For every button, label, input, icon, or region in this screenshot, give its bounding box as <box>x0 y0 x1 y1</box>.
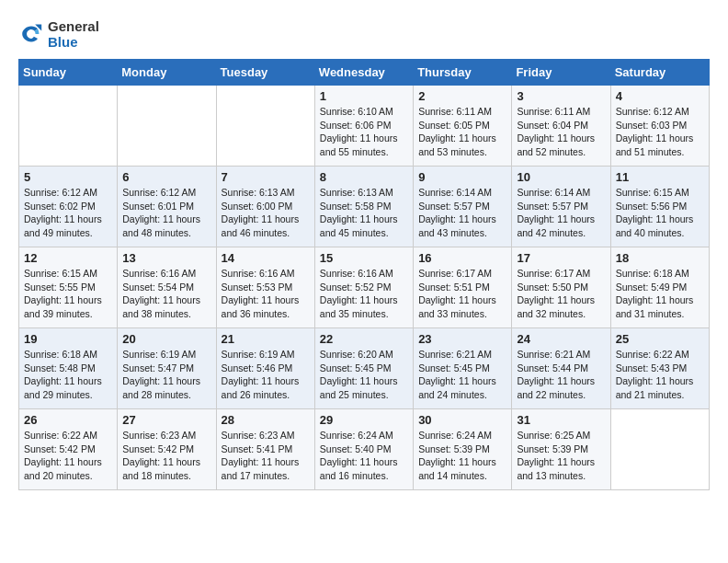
day-info: Sunrise: 6:24 AM Sunset: 5:39 PM Dayligh… <box>418 429 506 483</box>
day-cell-20: 20Sunrise: 6:19 AM Sunset: 5:47 PM Dayli… <box>118 328 216 409</box>
day-cell-31: 31Sunrise: 6:25 AM Sunset: 5:39 PM Dayli… <box>512 409 610 490</box>
day-info: Sunrise: 6:24 AM Sunset: 5:40 PM Dayligh… <box>320 429 408 483</box>
day-cell-16: 16Sunrise: 6:17 AM Sunset: 5:51 PM Dayli… <box>414 247 512 328</box>
day-number: 3 <box>517 89 605 103</box>
day-number: 5 <box>24 170 112 184</box>
weekday-header-monday: Monday <box>118 60 216 86</box>
day-info: Sunrise: 6:19 AM Sunset: 5:47 PM Dayligh… <box>122 348 210 402</box>
day-cell-27: 27Sunrise: 6:23 AM Sunset: 5:42 PM Dayli… <box>118 409 216 490</box>
day-info: Sunrise: 6:13 AM Sunset: 6:00 PM Dayligh… <box>222 186 310 240</box>
day-number: 16 <box>418 251 506 265</box>
day-number: 1 <box>320 89 408 103</box>
day-cell-8: 8Sunrise: 6:13 AM Sunset: 5:58 PM Daylig… <box>314 167 413 247</box>
day-info: Sunrise: 6:17 AM Sunset: 5:51 PM Dayligh… <box>418 267 506 321</box>
day-number: 14 <box>222 251 310 265</box>
day-cell-22: 22Sunrise: 6:20 AM Sunset: 5:45 PM Dayli… <box>314 328 413 409</box>
day-number: 24 <box>517 332 605 346</box>
day-info: Sunrise: 6:16 AM Sunset: 5:54 PM Dayligh… <box>122 267 210 321</box>
day-info: Sunrise: 6:10 AM Sunset: 6:06 PM Dayligh… <box>320 105 408 159</box>
day-cell-1: 1Sunrise: 6:10 AM Sunset: 6:06 PM Daylig… <box>314 86 413 167</box>
day-number: 8 <box>320 170 408 184</box>
weekday-header-thursday: Thursday <box>414 60 512 86</box>
empty-cell <box>19 86 118 167</box>
empty-cell <box>118 86 216 167</box>
day-cell-6: 6Sunrise: 6:12 AM Sunset: 6:01 PM Daylig… <box>118 167 216 247</box>
day-info: Sunrise: 6:19 AM Sunset: 5:46 PM Dayligh… <box>222 348 310 402</box>
day-number: 31 <box>517 413 605 427</box>
empty-cell <box>216 86 314 167</box>
day-number: 21 <box>222 332 310 346</box>
empty-cell <box>610 409 709 490</box>
day-number: 10 <box>517 170 605 184</box>
page-header: General Blue <box>18 18 710 50</box>
weekday-header-sunday: Sunday <box>19 60 118 86</box>
day-info: Sunrise: 6:17 AM Sunset: 5:50 PM Dayligh… <box>517 267 605 321</box>
day-cell-9: 9Sunrise: 6:14 AM Sunset: 5:57 PM Daylig… <box>414 167 512 247</box>
day-number: 9 <box>418 170 506 184</box>
week-row-3: 12Sunrise: 6:15 AM Sunset: 5:55 PM Dayli… <box>19 247 710 328</box>
day-number: 18 <box>616 251 704 265</box>
day-info: Sunrise: 6:14 AM Sunset: 5:57 PM Dayligh… <box>418 186 506 240</box>
day-info: Sunrise: 6:20 AM Sunset: 5:45 PM Dayligh… <box>320 348 408 402</box>
day-info: Sunrise: 6:21 AM Sunset: 5:45 PM Dayligh… <box>418 348 506 402</box>
week-row-1: 1Sunrise: 6:10 AM Sunset: 6:06 PM Daylig… <box>19 86 710 167</box>
day-cell-24: 24Sunrise: 6:21 AM Sunset: 5:44 PM Dayli… <box>512 328 610 409</box>
logo-icon <box>18 21 44 47</box>
day-number: 30 <box>418 413 506 427</box>
day-info: Sunrise: 6:25 AM Sunset: 5:39 PM Dayligh… <box>517 429 605 483</box>
day-info: Sunrise: 6:12 AM Sunset: 6:02 PM Dayligh… <box>24 186 112 240</box>
day-cell-18: 18Sunrise: 6:18 AM Sunset: 5:49 PM Dayli… <box>610 247 709 328</box>
day-info: Sunrise: 6:15 AM Sunset: 5:56 PM Dayligh… <box>616 186 704 240</box>
logo: General Blue <box>18 18 99 50</box>
day-cell-23: 23Sunrise: 6:21 AM Sunset: 5:45 PM Dayli… <box>414 328 512 409</box>
day-info: Sunrise: 6:21 AM Sunset: 5:44 PM Dayligh… <box>517 348 605 402</box>
day-info: Sunrise: 6:18 AM Sunset: 5:48 PM Dayligh… <box>24 348 112 402</box>
day-number: 23 <box>418 332 506 346</box>
day-cell-12: 12Sunrise: 6:15 AM Sunset: 5:55 PM Dayli… <box>19 247 118 328</box>
day-cell-7: 7Sunrise: 6:13 AM Sunset: 6:00 PM Daylig… <box>216 167 314 247</box>
day-number: 22 <box>320 332 408 346</box>
day-cell-11: 11Sunrise: 6:15 AM Sunset: 5:56 PM Dayli… <box>610 167 709 247</box>
day-info: Sunrise: 6:22 AM Sunset: 5:43 PM Dayligh… <box>616 348 704 402</box>
day-cell-29: 29Sunrise: 6:24 AM Sunset: 5:40 PM Dayli… <box>314 409 413 490</box>
week-row-5: 26Sunrise: 6:22 AM Sunset: 5:42 PM Dayli… <box>19 409 710 490</box>
calendar-table: SundayMondayTuesdayWednesdayThursdayFrid… <box>18 59 710 490</box>
week-row-2: 5Sunrise: 6:12 AM Sunset: 6:02 PM Daylig… <box>19 167 710 247</box>
day-info: Sunrise: 6:12 AM Sunset: 6:01 PM Dayligh… <box>122 186 210 240</box>
day-info: Sunrise: 6:11 AM Sunset: 6:05 PM Dayligh… <box>418 105 506 159</box>
logo-text: General Blue <box>48 18 99 50</box>
day-cell-17: 17Sunrise: 6:17 AM Sunset: 5:50 PM Dayli… <box>512 247 610 328</box>
day-info: Sunrise: 6:16 AM Sunset: 5:53 PM Dayligh… <box>222 267 310 321</box>
day-number: 26 <box>24 413 112 427</box>
weekday-header-tuesday: Tuesday <box>216 60 314 86</box>
day-info: Sunrise: 6:23 AM Sunset: 5:41 PM Dayligh… <box>222 429 310 483</box>
weekday-header-saturday: Saturday <box>610 60 709 86</box>
day-cell-4: 4Sunrise: 6:12 AM Sunset: 6:03 PM Daylig… <box>610 86 709 167</box>
day-number: 2 <box>418 89 506 103</box>
day-number: 12 <box>24 251 112 265</box>
day-cell-10: 10Sunrise: 6:14 AM Sunset: 5:57 PM Dayli… <box>512 167 610 247</box>
day-number: 13 <box>122 251 210 265</box>
day-number: 20 <box>122 332 210 346</box>
day-cell-3: 3Sunrise: 6:11 AM Sunset: 6:04 PM Daylig… <box>512 86 610 167</box>
day-cell-28: 28Sunrise: 6:23 AM Sunset: 5:41 PM Dayli… <box>216 409 314 490</box>
day-cell-2: 2Sunrise: 6:11 AM Sunset: 6:05 PM Daylig… <box>414 86 512 167</box>
day-number: 7 <box>222 170 310 184</box>
day-info: Sunrise: 6:13 AM Sunset: 5:58 PM Dayligh… <box>320 186 408 240</box>
day-cell-19: 19Sunrise: 6:18 AM Sunset: 5:48 PM Dayli… <box>19 328 118 409</box>
day-cell-13: 13Sunrise: 6:16 AM Sunset: 5:54 PM Dayli… <box>118 247 216 328</box>
day-info: Sunrise: 6:11 AM Sunset: 6:04 PM Dayligh… <box>517 105 605 159</box>
day-cell-30: 30Sunrise: 6:24 AM Sunset: 5:39 PM Dayli… <box>414 409 512 490</box>
day-info: Sunrise: 6:23 AM Sunset: 5:42 PM Dayligh… <box>122 429 210 483</box>
day-number: 4 <box>616 89 704 103</box>
day-info: Sunrise: 6:18 AM Sunset: 5:49 PM Dayligh… <box>616 267 704 321</box>
day-number: 17 <box>517 251 605 265</box>
day-cell-26: 26Sunrise: 6:22 AM Sunset: 5:42 PM Dayli… <box>19 409 118 490</box>
day-number: 11 <box>616 170 704 184</box>
day-cell-15: 15Sunrise: 6:16 AM Sunset: 5:52 PM Dayli… <box>314 247 413 328</box>
day-info: Sunrise: 6:16 AM Sunset: 5:52 PM Dayligh… <box>320 267 408 321</box>
day-number: 6 <box>122 170 210 184</box>
weekday-header-wednesday: Wednesday <box>314 60 413 86</box>
day-number: 25 <box>616 332 704 346</box>
day-info: Sunrise: 6:14 AM Sunset: 5:57 PM Dayligh… <box>517 186 605 240</box>
